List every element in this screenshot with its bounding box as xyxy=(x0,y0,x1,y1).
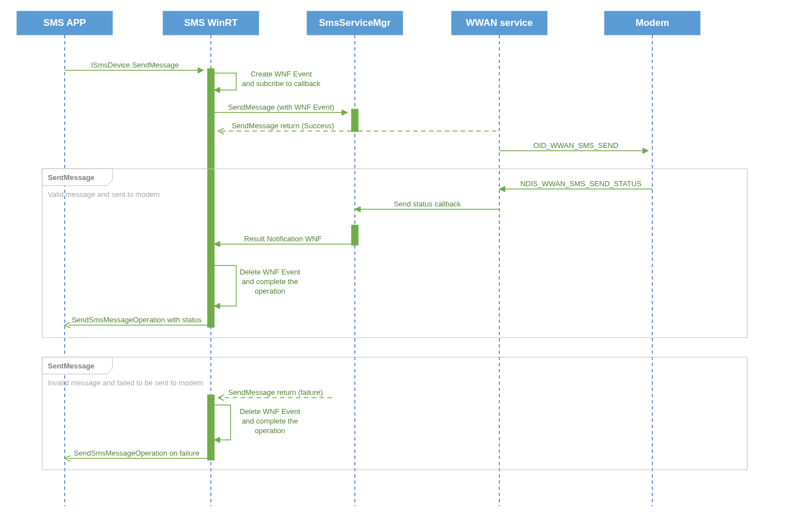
svg-marker-9 xyxy=(342,110,348,115)
svg-marker-16 xyxy=(499,186,505,192)
participant-modem-label: Modem xyxy=(635,17,669,28)
svg-marker-20 xyxy=(214,241,220,247)
svg-marker-21 xyxy=(214,303,220,309)
msg-ismsdevice-sendmessage: ISmsDevice.SendMessage xyxy=(65,61,204,73)
frame-sentmessage-valid-label: SentMessage xyxy=(48,173,94,182)
msg-sendmessage-return-failure: SendMessage return (failure) xyxy=(218,388,332,400)
msg-delete-wnf-event-1-label-1: Delete WNF Event xyxy=(240,268,300,276)
msg-sendmessage-wnf-label: SendMessage (with WNF Event) xyxy=(228,103,335,111)
activation-smsservicemgr-2 xyxy=(351,225,358,245)
msg-result-notification-wnf-label: Result Notification WNF xyxy=(244,235,322,243)
msg-sendmessage-return-failure-label: SendMessage return (failure) xyxy=(228,388,323,397)
msg-delete-wnf-event-2: Delete WNF Event and complete the operat… xyxy=(214,405,300,443)
msg-sendmessage-return-success: SendMessage return (Success) xyxy=(218,122,499,134)
msg-ismsdevice-sendmessage-label: ISmsDevice.SendMessage xyxy=(91,61,179,69)
participant-wwan-service-label: WWAN service xyxy=(466,17,533,28)
msg-create-wnf-event: Create WNF Event and subcribe to callbac… xyxy=(214,70,321,93)
participant-sms-winrt: SMS WinRT xyxy=(163,11,259,35)
activation-smsservicemgr-1 xyxy=(351,109,358,132)
msg-result-notification-wnf: Result Notification WNF xyxy=(214,235,351,247)
msg-oid-wwan-sms-send: OID_WWAN_SMS_SEND xyxy=(499,141,648,154)
participant-smsservicemgr: SmsServiceMgr xyxy=(307,11,403,35)
msg-create-wnf-event-label-2: and subcribe to callback xyxy=(242,79,321,88)
activation-sms-winrt-1 xyxy=(207,69,214,327)
msg-delete-wnf-event-1-label-3: operation xyxy=(255,287,285,295)
msg-ndis-status: NDIS_WWAN_SMS_SEND_STATUS xyxy=(499,179,652,192)
msg-create-wnf-event-label-1: Create WNF Event xyxy=(250,70,312,78)
participant-sms-winrt-label: SMS WinRT xyxy=(184,17,238,28)
msg-sendsmsmessageoperation-failure: SendSmsMessageOperation on failure xyxy=(65,449,207,461)
msg-ndis-status-label: NDIS_WWAN_SMS_SEND_STATUS xyxy=(520,179,642,188)
activation-sms-winrt-2 xyxy=(207,395,214,460)
msg-sendsmsmessageoperation-status: SendSmsMessageOperation with status xyxy=(65,316,207,328)
svg-marker-25 xyxy=(214,437,220,443)
svg-marker-7 xyxy=(214,87,220,93)
svg-marker-6 xyxy=(198,68,204,73)
participant-sms-app: SMS APP xyxy=(17,11,112,35)
svg-marker-18 xyxy=(355,206,360,212)
frame-sentmessage-valid-desc: Valid message and sent to modem xyxy=(48,190,160,199)
frame-sentmessage-invalid-desc: Invalid message and failed to be sent to… xyxy=(48,379,203,387)
msg-delete-wnf-event-1-label-2: and complete the xyxy=(242,277,298,286)
msg-delete-wnf-event-2-label-1: Delete WNF Event xyxy=(240,407,300,416)
msg-send-status-callback-label: Send status callback xyxy=(394,200,461,208)
msg-sendmessage-return-success-label: SendMessage return (Success) xyxy=(232,122,334,130)
participant-modem: Modem xyxy=(605,11,700,35)
msg-delete-wnf-event-2-label-3: operation xyxy=(255,426,285,435)
frame-sentmessage-invalid-label: SentMessage xyxy=(48,362,94,370)
msg-sendmessage-wnf: SendMessage (with WNF Event) xyxy=(214,103,348,115)
participant-sms-app-label: SMS APP xyxy=(43,17,86,28)
msg-oid-wwan-sms-send-label: OID_WWAN_SMS_SEND xyxy=(533,141,618,150)
msg-sendsmsmessageoperation-failure-label: SendSmsMessageOperation on failure xyxy=(74,449,199,457)
msg-send-status-callback: Send status callback xyxy=(355,200,499,212)
msg-delete-wnf-event-2-label-2: and complete the xyxy=(242,417,298,425)
frame-sentmessage-valid: SentMessage Valid message and sent to mo… xyxy=(42,169,747,338)
svg-marker-13 xyxy=(643,148,648,154)
participant-smsservicemgr-label: SmsServiceMgr xyxy=(319,17,391,28)
msg-sendsmsmessageoperation-status-label: SendSmsMessageOperation with status xyxy=(71,316,202,324)
participant-wwan-service: WWAN service xyxy=(452,11,547,35)
msg-delete-wnf-event-1: Delete WNF Event and complete the operat… xyxy=(214,266,300,309)
